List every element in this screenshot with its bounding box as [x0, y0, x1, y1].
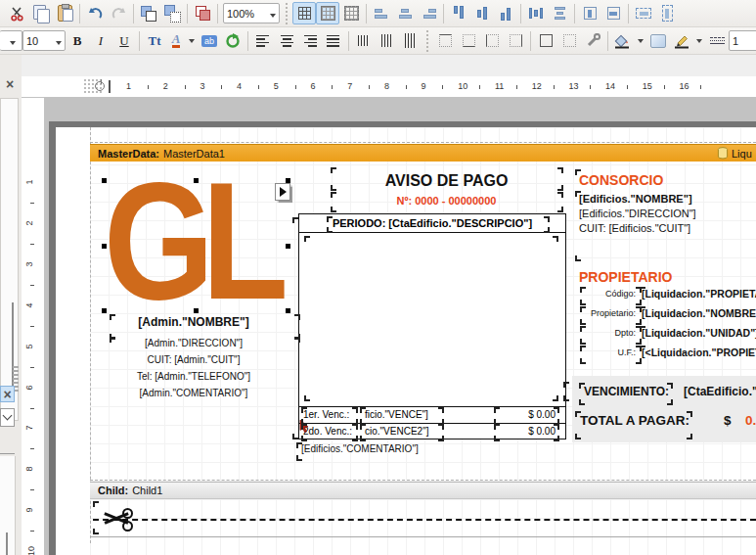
bring-to-front-button[interactable]	[191, 2, 214, 24]
selection-handle[interactable]	[194, 308, 199, 313]
report-tree-close-button[interactable]: ×	[0, 386, 15, 402]
background-color-button[interactable]	[646, 29, 670, 52]
align-bottoms-button[interactable]	[494, 2, 517, 24]
rotation-button[interactable]	[221, 29, 245, 52]
panel-combo[interactable]	[0, 408, 15, 427]
cut-line[interactable]	[93, 519, 756, 521]
line-width-input[interactable]: 1	[729, 30, 756, 51]
undo-button[interactable]	[83, 2, 107, 24]
propietario-label[interactable]: U.F.:	[557, 347, 636, 357]
propietario-value[interactable]: [Liquidacion."PROPIETARIO"]	[642, 288, 756, 300]
italic-button[interactable]: I	[89, 29, 112, 52]
propietario-label[interactable]: Dpto:	[557, 328, 636, 338]
fit-to-grid-button[interactable]	[339, 2, 363, 24]
align-right-edges-button[interactable]	[417, 2, 440, 24]
logo-image[interactable]: GL	[104, 172, 291, 313]
total-value[interactable]: 0.00	[745, 413, 756, 428]
ungroup-button[interactable]	[160, 2, 184, 24]
same-width-button[interactable]	[632, 2, 655, 24]
propietario-label[interactable]: Código:	[557, 289, 636, 299]
highlight-button[interactable]: ab	[198, 29, 221, 52]
zoom-select[interactable]: 100%	[223, 3, 280, 23]
propietario-value[interactable]: [Liquidacion."UNIDAD"]	[642, 327, 756, 339]
periodo-header[interactable]: PERIODO: [CtaEdificio."DESCRIPCIO"]	[299, 214, 565, 233]
propietario-heading[interactable]: PROPIETARIO	[579, 269, 672, 285]
propietario-value[interactable]: [Liquidacion."NOMBRE"]	[642, 307, 756, 319]
cut-button[interactable]	[6, 2, 29, 24]
font-color-button[interactable]: A	[166, 29, 186, 52]
selection-handle[interactable]	[194, 178, 199, 183]
vencimiento-value[interactable]: [CtaEdificio."VENCE"]	[684, 385, 756, 398]
report-title[interactable]: AVISO DE PAGO	[331, 172, 562, 190]
frame-bottom-button[interactable]	[457, 29, 480, 52]
underline-button[interactable]: U	[112, 29, 136, 52]
admin-telefono[interactable]: Tel: [Admin."TELEFONO"]	[106, 371, 282, 382]
child-band-header[interactable]: Child: Child1	[90, 482, 756, 499]
frame-right-button[interactable]	[504, 29, 527, 52]
admin-comentario[interactable]: [Admin."COMENTARIO"]	[106, 388, 282, 398]
edificios-comentario[interactable]: [Edificios."COMENTARIO"]	[301, 443, 419, 454]
selection-handle[interactable]	[286, 244, 290, 249]
align-center-button[interactable]	[275, 29, 298, 52]
vertical-align-bottom-button[interactable]	[399, 29, 422, 52]
font-color-dropdown[interactable]	[186, 29, 198, 52]
venc1-value[interactable]: ficio."VENCE"]	[365, 409, 428, 420]
frame-none-button[interactable]	[557, 29, 581, 52]
venc1-label[interactable]: 1er. Venc.:	[303, 409, 349, 420]
line-color-dropdown[interactable]	[693, 29, 705, 52]
consorcio-cuit[interactable]: CUIT: [Edificios."CUIT"]	[579, 222, 690, 234]
data-tree-close-button[interactable]: ×	[2, 76, 18, 92]
font-settings-button[interactable]: Tt	[143, 29, 166, 52]
vencimiento-label[interactable]: VENCIMIENTO:	[584, 385, 669, 398]
total-currency[interactable]: $	[724, 413, 732, 428]
frame-edit-button[interactable]	[581, 29, 604, 52]
grid-toggle-icon[interactable]	[83, 78, 103, 94]
align-right-button[interactable]	[298, 29, 322, 52]
font-name-select[interactable]	[0, 30, 22, 51]
align-middles-button[interactable]	[470, 2, 494, 24]
admin-nombre[interactable]: [Admin."NOMBRE"]	[106, 315, 282, 329]
copy-button[interactable]	[29, 2, 53, 24]
show-grid-button[interactable]	[292, 2, 316, 24]
band-expand-button[interactable]	[275, 183, 290, 201]
fill-color-button[interactable]	[611, 29, 635, 52]
selection-handle[interactable]	[102, 308, 107, 313]
propietario-value[interactable]: [<Liquidacion."PROPIETARIO">]	[642, 347, 756, 358]
align-justify-button[interactable]	[322, 29, 345, 52]
center-vertically-in-band-button[interactable]	[601, 2, 625, 24]
venc2-value[interactable]: cio."VENCE2"]	[365, 426, 428, 437]
selection-handle[interactable]	[286, 178, 290, 183]
admin-cuit[interactable]: CUIT: [Admin."CUIT"]	[106, 354, 282, 365]
line-style-button[interactable]	[705, 29, 729, 52]
align-left-edges-button[interactable]	[370, 2, 393, 24]
periodo-box[interactable]: PERIODO: [CtaEdificio."DESCRIPCIO"] 1er.…	[298, 213, 566, 439]
masterdata-band-header[interactable]: MasterData: MasterData1 Liqu	[90, 144, 756, 162]
same-height-button[interactable]	[655, 2, 679, 24]
consorcio-direccion[interactable]: [Edificios."DIRECCION"]	[579, 208, 696, 219]
redo-button[interactable]	[107, 2, 130, 24]
bold-button[interactable]: B	[66, 29, 89, 52]
fill-color-dropdown[interactable]	[635, 29, 646, 52]
frame-all-button[interactable]	[534, 29, 557, 52]
paste-button[interactable]	[53, 2, 76, 24]
propietario-label[interactable]: Propietario:	[557, 308, 636, 318]
venc2-amount[interactable]: $ 0.00	[528, 426, 556, 437]
frame-left-button[interactable]	[480, 29, 504, 52]
vertical-align-top-button[interactable]	[352, 29, 376, 52]
consorcio-nombre[interactable]: [Edificios."NOMBRE"]	[579, 193, 692, 205]
line-color-button[interactable]	[670, 29, 693, 52]
align-to-grid-button[interactable]	[316, 2, 339, 24]
group-button[interactable]	[137, 2, 160, 24]
panel-scrollbar[interactable]	[6, 532, 8, 555]
frame-top-button[interactable]	[433, 29, 457, 52]
align-left-button[interactable]	[251, 29, 275, 52]
space-vertically-button[interactable]	[548, 2, 571, 24]
center-horizontally-in-band-button[interactable]	[578, 2, 601, 24]
selection-handle[interactable]	[102, 244, 107, 249]
selection-handle[interactable]	[102, 178, 107, 183]
align-horizontal-centers-button[interactable]	[393, 2, 417, 24]
report-number[interactable]: Nº: 0000 - 00000000	[331, 195, 562, 207]
total-label[interactable]: TOTAL A PAGAR:	[580, 413, 689, 428]
admin-direccion[interactable]: [Admin."DIRECCION"]	[106, 338, 282, 348]
venc1-amount[interactable]: $ 0.00	[528, 409, 556, 420]
